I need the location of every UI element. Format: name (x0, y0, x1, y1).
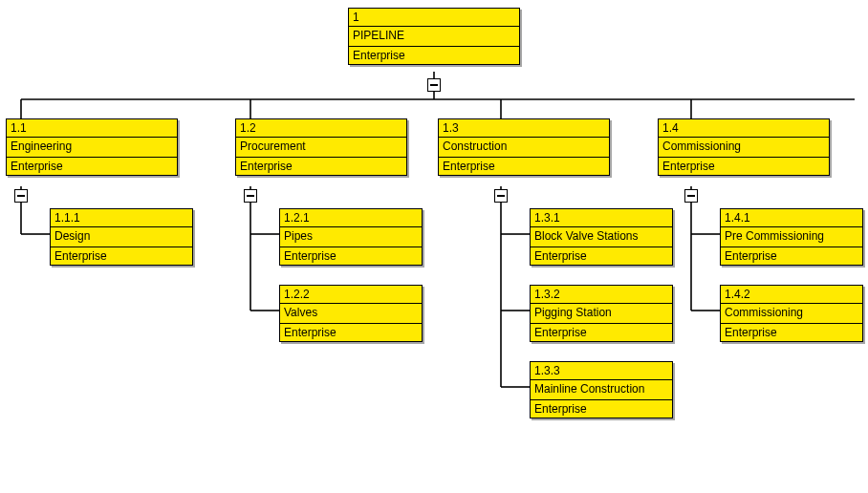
node-id: 1.1.1 (51, 209, 192, 227)
node-level: Enterprise (7, 158, 177, 175)
node-name: PIPELINE (349, 27, 519, 47)
node-name: Pre Commissioning (721, 227, 862, 247)
node-name: Commissioning (721, 304, 862, 324)
node-level: Enterprise (721, 324, 862, 341)
node-id: 1.3.1 (531, 209, 672, 227)
node-1-1-1[interactable]: 1.1.1 Design Enterprise (50, 208, 193, 266)
node-id: 1.3 (439, 119, 609, 138)
node-1-3-2[interactable]: 1.3.2 Pigging Station Enterprise (530, 285, 673, 342)
node-level: Enterprise (531, 400, 672, 418)
node-level: Enterprise (349, 47, 519, 64)
node-id: 1.2 (236, 119, 406, 138)
node-name: Block Valve Stations (531, 227, 672, 247)
node-id: 1.2.1 (280, 209, 422, 227)
node-1-2-1[interactable]: 1.2.1 Pipes Enterprise (279, 208, 423, 266)
collapse-toggle-1-3[interactable] (494, 189, 508, 203)
node-1-2-2[interactable]: 1.2.2 Valves Enterprise (279, 285, 423, 342)
node-1-1[interactable]: 1.1 Engineering Enterprise (6, 118, 178, 176)
node-1-2[interactable]: 1.2 Procurement Enterprise (235, 118, 407, 176)
node-name: Construction (439, 138, 609, 158)
collapse-toggle-1-4[interactable] (684, 189, 698, 203)
node-1-3[interactable]: 1.3 Construction Enterprise (438, 118, 610, 176)
node-id: 1.4 (659, 119, 829, 138)
node-id: 1.1 (7, 119, 177, 138)
node-name: Pigging Station (531, 304, 672, 324)
node-id: 1.3.2 (531, 286, 672, 304)
node-name: Commissioning (659, 138, 829, 158)
node-1-4-2[interactable]: 1.4.2 Commissioning Enterprise (720, 285, 863, 342)
node-id: 1 (349, 9, 519, 27)
node-name: Engineering (7, 138, 177, 158)
node-name: Procurement (236, 138, 406, 158)
node-id: 1.4.2 (721, 286, 862, 304)
node-level: Enterprise (659, 158, 829, 175)
node-name: Mainline Construction (531, 380, 672, 400)
collapse-toggle-1-1[interactable] (14, 189, 28, 203)
node-1-4[interactable]: 1.4 Commissioning Enterprise (658, 118, 830, 176)
node-id: 1.3.3 (531, 362, 672, 380)
node-level: Enterprise (721, 247, 862, 265)
node-name: Valves (280, 304, 422, 324)
node-id: 1.2.2 (280, 286, 422, 304)
node-1-4-1[interactable]: 1.4.1 Pre Commissioning Enterprise (720, 208, 863, 266)
node-level: Enterprise (439, 158, 609, 175)
node-1-3-3[interactable]: 1.3.3 Mainline Construction Enterprise (530, 361, 673, 418)
node-name: Design (51, 227, 192, 247)
node-id: 1.4.1 (721, 209, 862, 227)
node-1-3-1[interactable]: 1.3.1 Block Valve Stations Enterprise (530, 208, 673, 266)
node-level: Enterprise (51, 247, 192, 265)
node-level: Enterprise (236, 158, 406, 175)
node-name: Pipes (280, 227, 422, 247)
node-level: Enterprise (280, 247, 422, 265)
node-level: Enterprise (531, 324, 672, 341)
node-root[interactable]: 1 PIPELINE Enterprise (348, 8, 520, 65)
node-level: Enterprise (531, 247, 672, 265)
node-level: Enterprise (280, 324, 422, 341)
collapse-toggle-1-2[interactable] (244, 189, 257, 203)
collapse-toggle-root[interactable] (427, 78, 441, 92)
